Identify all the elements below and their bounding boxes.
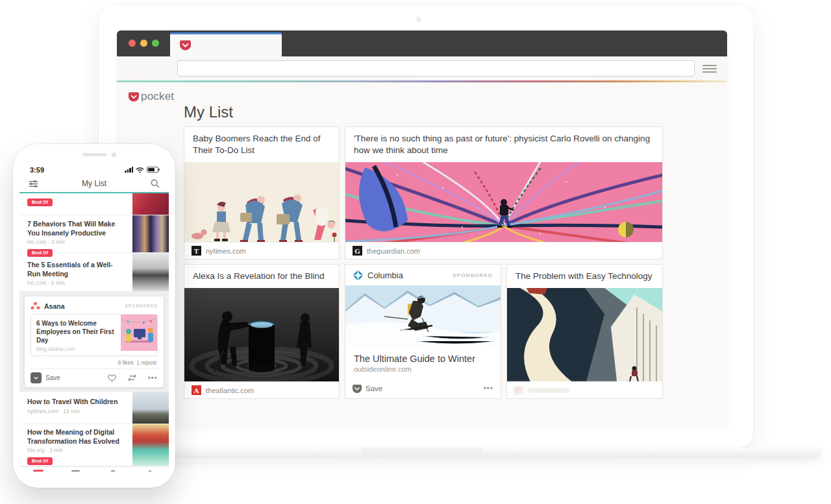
pocket-logo[interactable]: pocket bbox=[129, 90, 174, 103]
atlantic-logo-icon: A bbox=[192, 385, 201, 395]
pocket-logo-text: pocket bbox=[141, 90, 174, 103]
wifi-icon bbox=[136, 167, 144, 173]
browser-titlebar bbox=[117, 30, 727, 56]
sponsored-article[interactable]: 6 Ways to Welcome Employees on Their Fir… bbox=[31, 314, 158, 356]
article-domain: theguardian.com bbox=[367, 247, 420, 255]
item-meta: inc.com · 5 min bbox=[27, 280, 126, 286]
pocket-save-icon bbox=[32, 375, 40, 381]
article-image-time[interactable] bbox=[345, 162, 662, 242]
phone-header: My List bbox=[19, 175, 169, 192]
laptop-base-lip bbox=[153, 457, 795, 463]
article-domain: theatlantic.com bbox=[206, 387, 254, 394]
browser-tab[interactable] bbox=[170, 32, 282, 56]
phone-camera bbox=[112, 152, 116, 157]
list-item-thumbnail bbox=[132, 392, 169, 424]
article-title[interactable]: Baby Boomers Reach the End of Their To-D… bbox=[184, 127, 339, 162]
pocket-web-content: pocket My List Baby Boomers Reach the En… bbox=[117, 82, 727, 427]
article-card-nytimes: Baby Boomers Reach the End of Their To-D… bbox=[184, 126, 340, 259]
sponsored-label: SPONSORED bbox=[125, 304, 158, 308]
source-domain-faded bbox=[528, 388, 569, 393]
guardian-logo-icon: G bbox=[353, 246, 362, 256]
list-item[interactable]: The 5 Essentials of a Well-Run Meeting i… bbox=[19, 253, 169, 292]
sponsored-card-asana: Asana SPONSORED 6 Ways to Welcome Employ… bbox=[25, 296, 164, 387]
menu-icon[interactable] bbox=[702, 63, 717, 75]
columbia-logo-icon bbox=[353, 270, 363, 280]
page-title: My List bbox=[184, 103, 233, 121]
profile-icon bbox=[145, 470, 155, 472]
more-menu-icon[interactable]: ••• bbox=[147, 374, 158, 383]
pocket-logo-icon bbox=[129, 92, 139, 102]
sponsor-brand: Asana bbox=[44, 302, 65, 310]
sponsor-name[interactable]: Columbia bbox=[367, 270, 403, 280]
pocket-favicon-icon bbox=[180, 40, 191, 51]
list-item[interactable]: 7 Behaviors That Will Make You Insanely … bbox=[19, 215, 169, 253]
card-grid: Baby Boomers Reach the End of Their To-D… bbox=[184, 126, 664, 403]
list-item[interactable]: How to Travel With Children nytimes.com … bbox=[19, 392, 169, 424]
item-meta: hbr.org · 3 min bbox=[27, 447, 126, 453]
source-logo-faded-icon bbox=[514, 387, 523, 394]
article-title[interactable]: Alexa Is a Revelation for the Blind bbox=[184, 265, 339, 288]
article-card-guardian: 'There is no such thing as past or futur… bbox=[345, 126, 663, 259]
laptop-camera bbox=[416, 17, 421, 22]
sponsored-thumbnail bbox=[121, 315, 157, 355]
item-meta: inc.com · 3 min bbox=[27, 239, 126, 245]
status-bar: 3:59 bbox=[19, 162, 169, 175]
list-item[interactable]: Best Of bbox=[19, 193, 169, 215]
repost-icon[interactable] bbox=[127, 374, 137, 382]
recommended-icon bbox=[71, 470, 81, 472]
close-button[interactable] bbox=[129, 40, 136, 47]
list-item-thumbnail bbox=[132, 253, 169, 291]
article-image-babyboomers[interactable] bbox=[184, 162, 339, 242]
save-button[interactable] bbox=[31, 372, 42, 383]
nytimes-logo-icon: T bbox=[192, 246, 201, 256]
source-footer-faded bbox=[507, 381, 662, 398]
laptop-base-notch bbox=[361, 448, 483, 453]
url-input[interactable] bbox=[177, 60, 695, 77]
save-label: Save bbox=[366, 385, 382, 392]
list-item-thumbnail bbox=[132, 193, 169, 215]
minimize-button[interactable] bbox=[140, 40, 147, 47]
article-image-alexa[interactable] bbox=[184, 288, 339, 381]
notifications-bell-icon bbox=[108, 470, 118, 472]
phone-screen: 3:59 My List Best Of bbox=[19, 162, 169, 472]
zoom-button[interactable] bbox=[152, 40, 159, 47]
item-title[interactable]: How the Meaning of Digital Transformatio… bbox=[27, 428, 126, 446]
list-item-thumbnail bbox=[132, 424, 169, 466]
more-menu-icon[interactable]: ••• bbox=[483, 384, 493, 393]
list-item-thumbnail bbox=[132, 215, 169, 252]
item-title[interactable]: The 5 Essentials of a Well-Run Meeting bbox=[27, 261, 126, 278]
social-counts: 8 likes 1 repost bbox=[32, 359, 156, 366]
article-title[interactable]: 'There is no such thing as past or futur… bbox=[345, 127, 662, 162]
status-time: 3:59 bbox=[30, 166, 44, 174]
sponsored-title: 6 Ways to Welcome Employees on Their Fir… bbox=[36, 319, 116, 344]
sponsored-title[interactable]: The Ultimate Guide to Winter bbox=[345, 347, 501, 365]
browser-window: pocket My List Baby Boomers Reach the En… bbox=[117, 30, 727, 427]
list-item[interactable]: How the Meaning of Digital Transformatio… bbox=[19, 424, 169, 466]
phone: 3:59 My List Best Of bbox=[13, 144, 175, 488]
article-card-easytech: The Problem with Easy Technology bbox=[506, 264, 663, 399]
phone-page-title: My List bbox=[19, 179, 169, 188]
sponsored-card-columbia: Columbia SPONSORED bbox=[345, 264, 501, 399]
item-meta: nytimes.com · 19 min bbox=[27, 408, 126, 414]
item-title[interactable]: How to Travel With Children bbox=[27, 398, 126, 407]
phone-speaker bbox=[82, 153, 107, 156]
best-of-badge: Best Of bbox=[27, 457, 53, 465]
cell-signal-icon bbox=[125, 167, 133, 173]
sponsored-image-skier[interactable] bbox=[345, 285, 501, 347]
save-button[interactable]: Save bbox=[353, 385, 382, 393]
article-domain: nytimes.com bbox=[206, 247, 246, 255]
best-of-badge: Best Of bbox=[27, 198, 53, 206]
sponsored-section: Asana SPONSORED 6 Ways to Welcome Employ… bbox=[19, 292, 169, 392]
item-title[interactable]: 7 Behaviors That Will Make You Insanely … bbox=[27, 220, 126, 237]
asana-logo-icon bbox=[31, 302, 40, 310]
like-heart-icon[interactable] bbox=[107, 374, 117, 382]
battery-icon bbox=[147, 167, 158, 173]
stage: pocket My List Baby Boomers Reach the En… bbox=[0, 0, 831, 504]
article-title[interactable]: The Problem with Easy Technology bbox=[507, 265, 662, 288]
save-label: Save bbox=[45, 374, 60, 381]
sponsored-domain: outsideonline.com bbox=[345, 365, 501, 373]
sponsored-domain: blog.asana.com bbox=[36, 346, 116, 352]
browser-toolbar bbox=[117, 56, 727, 80]
article-image-road[interactable] bbox=[507, 288, 662, 381]
my-list-icon bbox=[33, 470, 43, 472]
